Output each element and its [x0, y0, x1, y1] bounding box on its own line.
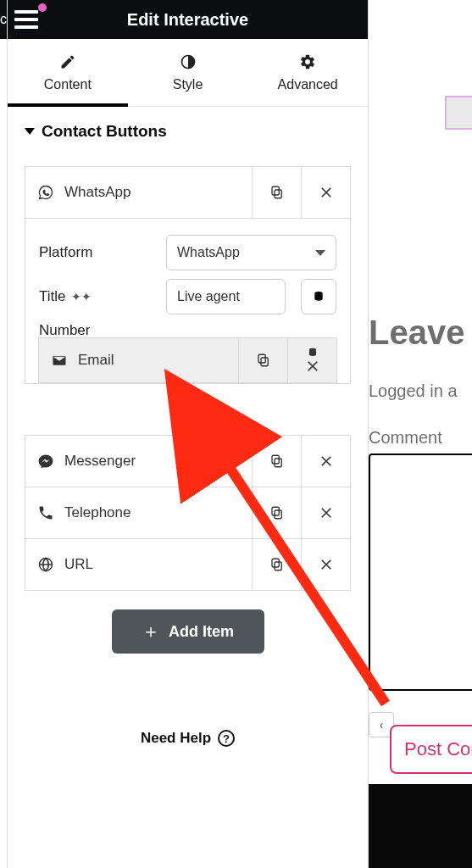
menu-button[interactable] — [14, 7, 43, 32]
editor-title: Edit Interactive — [43, 10, 332, 30]
title-input[interactable]: Live agent — [166, 279, 286, 314]
tab-label: Content — [44, 77, 92, 92]
remove-button[interactable] — [287, 338, 336, 382]
need-help-link[interactable]: Need Help ? — [25, 730, 351, 747]
item-label: Telephone — [64, 504, 130, 521]
tab-label: Advanced — [278, 77, 338, 92]
duplicate-button[interactable] — [252, 167, 301, 218]
svg-rect-8 — [275, 459, 281, 467]
logged-in-text: Logged in a — [369, 381, 458, 401]
chevron-down-icon — [25, 128, 35, 135]
section-contact-buttons-toggle[interactable]: Contact Buttons — [25, 122, 351, 141]
need-help-label: Need Help — [141, 730, 211, 747]
post-comment-button[interactable]: Post Com — [390, 725, 472, 774]
svg-rect-14 — [272, 559, 279, 567]
contrast-icon — [180, 53, 197, 70]
add-item-label: Add Item — [169, 623, 234, 641]
svg-rect-1 — [275, 190, 281, 198]
item-row-messenger[interactable]: Messenger — [25, 435, 351, 487]
svg-rect-2 — [272, 186, 279, 195]
item-row-whatsapp[interactable]: WhatsApp — [25, 166, 351, 219]
duplicate-button[interactable] — [252, 436, 301, 487]
copy-icon — [269, 185, 285, 200]
help-icon: ? — [218, 730, 235, 747]
ai-sparkle-icon: ✦✦ — [71, 290, 92, 303]
item-whatsapp-expanded: Platform WhatsApp Title ✦✦ Live agent N — [25, 219, 351, 384]
database-icon — [307, 347, 319, 359]
section-title: Contact Buttons — [42, 122, 167, 141]
telephone-icon — [37, 504, 54, 521]
whatsapp-icon — [37, 184, 54, 201]
duplicate-button[interactable] — [252, 539, 301, 590]
gear-icon — [299, 53, 316, 70]
comment-textarea[interactable] — [369, 453, 472, 691]
platform-select-value: WhatsApp — [177, 245, 240, 260]
database-icon — [312, 290, 325, 303]
item-row-telephone[interactable]: Telephone — [25, 487, 351, 539]
tab-label: Style — [173, 77, 203, 92]
remove-button[interactable] — [301, 539, 350, 590]
plus-icon: ＋ — [142, 622, 160, 641]
svg-point-3 — [314, 292, 322, 295]
item-row-url[interactable]: URL — [25, 538, 351, 591]
comment-field-label: Comment — [369, 428, 442, 448]
panel-tabs: Content Style Advanced — [8, 39, 368, 107]
item-label: Messenger — [64, 453, 136, 470]
item-label: Email — [78, 352, 114, 369]
dynamic-tags-button[interactable] — [301, 279, 336, 314]
close-icon — [319, 505, 334, 520]
item-row-email[interactable]: Email — [38, 337, 337, 383]
item-label: URL — [64, 556, 93, 573]
svg-rect-11 — [272, 507, 279, 515]
bg-placeholder-box — [445, 96, 472, 130]
duplicate-button[interactable] — [252, 487, 301, 538]
copy-icon — [256, 353, 271, 368]
chevron-down-icon — [315, 250, 325, 256]
editor-header: Edit Interactive — [8, 0, 368, 39]
email-icon — [51, 352, 68, 369]
copy-icon — [269, 453, 285, 469]
tab-style[interactable]: Style — [128, 39, 248, 106]
add-item-button[interactable]: ＋ Add Item — [112, 609, 264, 654]
close-icon — [319, 453, 334, 469]
svg-rect-5 — [261, 358, 268, 366]
editor-panel: Edit Interactive Content Style Advanced … — [7, 0, 369, 868]
close-icon — [305, 359, 320, 374]
remove-button[interactable] — [301, 436, 350, 487]
close-icon — [319, 557, 334, 572]
copy-icon — [269, 557, 285, 572]
tab-content[interactable]: Content — [8, 39, 128, 106]
messenger-icon — [37, 453, 54, 470]
svg-point-7 — [308, 348, 315, 352]
tab-advanced[interactable]: Advanced — [247, 39, 368, 106]
title-input-value: Live agent — [177, 289, 240, 304]
title-field-label: Title ✦✦ — [39, 288, 158, 305]
platform-field-label: Platform — [39, 244, 158, 261]
svg-rect-9 — [272, 455, 279, 464]
footer-region — [369, 784, 472, 868]
svg-rect-6 — [258, 354, 265, 363]
svg-rect-13 — [275, 562, 281, 570]
leave-reply-heading: Leave — [369, 314, 464, 352]
globe-icon — [37, 556, 54, 573]
close-icon — [319, 185, 334, 200]
item-label: WhatsApp — [64, 184, 130, 201]
copy-icon — [269, 505, 285, 520]
notification-dot-icon — [38, 3, 47, 12]
svg-rect-10 — [275, 510, 281, 519]
remove-button[interactable] — [301, 167, 350, 218]
platform-select[interactable]: WhatsApp — [166, 235, 336, 270]
left-sliver: c — [0, 0, 7, 39]
title-field-label-text: Title — [39, 288, 66, 305]
duplicate-button[interactable] — [238, 338, 287, 382]
pencil-icon — [59, 53, 76, 70]
remove-button[interactable] — [301, 487, 350, 538]
